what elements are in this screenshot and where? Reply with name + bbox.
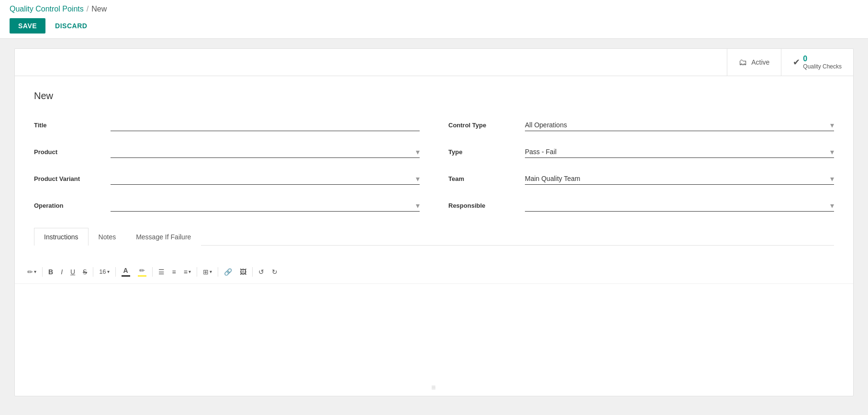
control-type-label: Control Type bbox=[448, 122, 525, 129]
status-bar: 🗂 Active ✔ 0 Quality Checks bbox=[15, 49, 853, 76]
breadcrumb-link[interactable]: Quality Control Points bbox=[10, 5, 84, 13]
title-input-wrap bbox=[111, 119, 420, 131]
tabs-bar: Instructions Notes Message If Failure bbox=[34, 228, 834, 246]
redo-button[interactable]: ↻ bbox=[269, 266, 280, 278]
table-icon: ⊞ bbox=[203, 268, 209, 276]
align-icon: ≡ bbox=[184, 268, 188, 276]
toolbar-separator-7 bbox=[252, 267, 253, 277]
form-fields: Title Product ▾ bbox=[34, 116, 834, 223]
product-input-wrap: ▾ bbox=[111, 146, 420, 158]
toolbar-separator-4 bbox=[152, 267, 153, 277]
responsible-input-wrap: ▾ bbox=[525, 200, 834, 212]
form-title: New bbox=[34, 90, 834, 101]
control-type-field-row: Control Type All Operations ▾ bbox=[448, 116, 834, 134]
title-label: Title bbox=[34, 122, 111, 129]
team-field-row: Team Main Quality Team ▾ bbox=[448, 169, 834, 188]
product-variant-input-wrap: ▾ bbox=[111, 173, 420, 185]
team-input-wrap: Main Quality Team ▾ bbox=[525, 173, 834, 185]
archive-icon: 🗂 bbox=[739, 57, 747, 67]
control-type-input-wrap: All Operations ▾ bbox=[525, 119, 834, 131]
product-variant-label: Product Variant bbox=[34, 175, 111, 182]
toolbar-separator-5 bbox=[197, 267, 197, 277]
form-card: 🗂 Active ✔ 0 Quality Checks New Title bbox=[14, 48, 854, 396]
toolbar-separator-3 bbox=[115, 267, 116, 277]
team-select[interactable]: Main Quality Team bbox=[525, 173, 834, 185]
font-color-indicator bbox=[122, 275, 130, 277]
team-label: Team bbox=[448, 175, 525, 182]
control-type-select[interactable]: All Operations bbox=[525, 119, 834, 131]
operation-input-wrap: ▾ bbox=[111, 200, 420, 212]
type-label: Type bbox=[448, 148, 525, 156]
breadcrumb-current: New bbox=[91, 5, 107, 13]
undo-icon: ↺ bbox=[258, 268, 264, 276]
italic-button[interactable]: I bbox=[58, 266, 66, 278]
left-fields: Title Product ▾ bbox=[34, 116, 420, 223]
editor-area[interactable] bbox=[15, 284, 853, 380]
action-buttons: SAVE DISCARD bbox=[10, 18, 858, 34]
operation-label: Operation bbox=[34, 202, 111, 209]
italic-icon: I bbox=[61, 268, 63, 276]
save-button[interactable]: SAVE bbox=[10, 18, 45, 34]
quality-checks-item[interactable]: ✔ 0 Quality Checks bbox=[781, 49, 853, 76]
redo-icon: ↻ bbox=[272, 268, 278, 276]
right-fields: Control Type All Operations ▾ Type bbox=[448, 116, 834, 223]
responsible-select[interactable] bbox=[525, 200, 834, 212]
product-variant-field-row: Product Variant ▾ bbox=[34, 169, 420, 188]
quality-checks-count: 0 bbox=[803, 55, 842, 63]
highlight-button[interactable]: ✏ bbox=[135, 265, 149, 279]
operation-field-row: Operation ▾ bbox=[34, 196, 420, 214]
link-button[interactable]: 🔗 bbox=[221, 266, 235, 278]
resize-handle[interactable]: ≡ bbox=[15, 380, 853, 396]
breadcrumb: Quality Control Points / New bbox=[10, 5, 858, 13]
product-field-row: Product ▾ bbox=[34, 143, 420, 161]
numbered-list-icon: ≡ bbox=[172, 268, 176, 276]
responsible-field-row: Responsible ▾ bbox=[448, 196, 834, 214]
style-dropdown-button[interactable]: ✏ ▾ bbox=[24, 266, 39, 278]
resize-dots: ≡ bbox=[431, 383, 436, 392]
align-dropdown-arrow: ▾ bbox=[189, 269, 191, 274]
responsible-label: Responsible bbox=[448, 202, 525, 209]
underline-icon: U bbox=[70, 268, 75, 276]
image-button[interactable]: 🖼 bbox=[237, 266, 249, 278]
tab-instructions[interactable]: Instructions bbox=[34, 228, 89, 246]
numbered-list-button[interactable]: ≡ bbox=[169, 266, 179, 278]
bold-icon: B bbox=[48, 268, 53, 276]
title-input[interactable] bbox=[111, 119, 420, 131]
undo-button[interactable]: ↺ bbox=[256, 266, 267, 278]
quality-checks-info: 0 Quality Checks bbox=[803, 55, 842, 70]
table-button[interactable]: ⊞ ▾ bbox=[200, 266, 215, 278]
toolbar-separator-1 bbox=[42, 267, 43, 277]
product-variant-select[interactable] bbox=[111, 173, 420, 185]
font-size-button[interactable]: 16 ▾ bbox=[96, 266, 112, 277]
active-status-item[interactable]: 🗂 Active bbox=[727, 49, 781, 76]
table-dropdown-arrow: ▾ bbox=[210, 269, 212, 274]
discard-button[interactable]: DISCARD bbox=[50, 18, 92, 34]
operation-select[interactable] bbox=[111, 200, 420, 212]
editor-toolbar: ✏ ▾ B I U S̶ 16 ▾ bbox=[15, 260, 853, 284]
strikethrough-button[interactable]: S̶ bbox=[80, 266, 90, 278]
tab-notes[interactable]: Notes bbox=[89, 228, 126, 246]
highlight-icon: ✏ bbox=[139, 267, 145, 274]
quality-checks-label: Quality Checks bbox=[803, 63, 842, 70]
main-content: 🗂 Active ✔ 0 Quality Checks New Title bbox=[0, 39, 868, 406]
strikethrough-icon: S̶ bbox=[83, 268, 87, 276]
highlight-indicator bbox=[138, 275, 146, 277]
font-size-dropdown-arrow: ▾ bbox=[107, 269, 110, 274]
title-field-row: Title bbox=[34, 116, 420, 134]
checkmark-icon: ✔ bbox=[793, 57, 800, 67]
tab-message-if-failure[interactable]: Message If Failure bbox=[126, 228, 201, 246]
bullet-list-icon: ☰ bbox=[158, 268, 165, 276]
type-select[interactable]: Pass - Fail bbox=[525, 146, 834, 158]
image-icon: 🖼 bbox=[240, 268, 246, 276]
active-label: Active bbox=[751, 58, 769, 66]
top-bar: Quality Control Points / New SAVE DISCAR… bbox=[0, 0, 868, 39]
align-button[interactable]: ≡ ▾ bbox=[181, 266, 194, 278]
font-color-icon: A bbox=[123, 267, 128, 274]
type-field-row: Type Pass - Fail ▾ bbox=[448, 143, 834, 161]
underline-button[interactable]: U bbox=[67, 266, 78, 278]
bullet-list-button[interactable]: ☰ bbox=[156, 266, 167, 278]
font-size-value: 16 bbox=[99, 268, 106, 275]
product-select[interactable] bbox=[111, 146, 420, 158]
bold-button[interactable]: B bbox=[45, 266, 56, 278]
font-color-button[interactable]: A bbox=[119, 265, 133, 279]
